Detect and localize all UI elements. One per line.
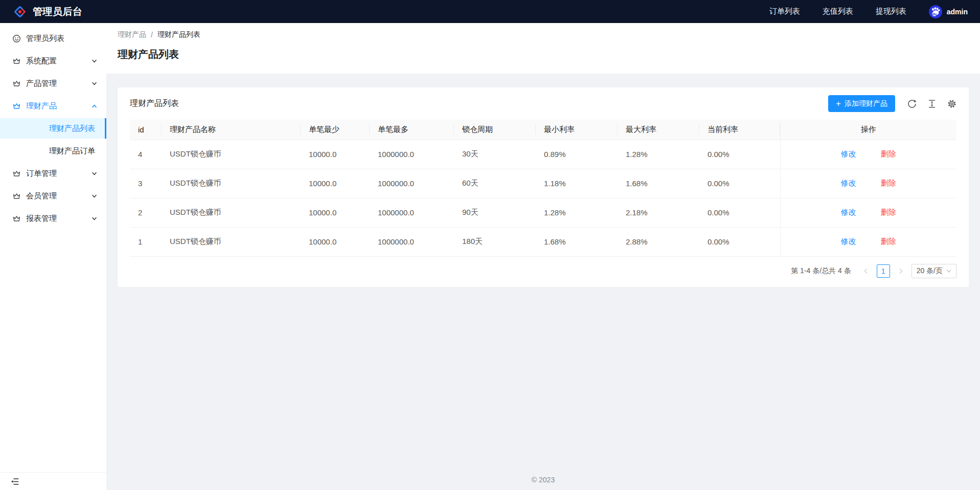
column-height-icon[interactable] — [927, 99, 937, 108]
sidebar-item-product-manage[interactable]: 产品管理 — [0, 73, 106, 94]
smile-icon — [12, 34, 21, 43]
topnav-order-list[interactable]: 订单列表 — [769, 7, 800, 16]
sidebar-item-label: 理财产品订单 — [49, 146, 95, 156]
breadcrumb-separator: / — [151, 31, 153, 39]
main-area: 理财产品 / 理财产品列表 理财产品列表 理财产品列表 + 添加理财产品 — [106, 23, 980, 490]
cell-actions: 修改删除 — [780, 227, 956, 256]
delete-link[interactable]: 删除 — [881, 237, 896, 246]
cell-name: USDT锁仓赚币 — [162, 169, 301, 198]
chevron-down-icon — [92, 58, 97, 64]
col-header-name: 理财产品名称 — [162, 120, 301, 140]
pagination: 第 1-4 条/总共 4 条 1 20 条/页 — [118, 257, 969, 287]
reload-icon[interactable] — [907, 99, 917, 108]
sidebar-item-report-manage[interactable]: 报表管理 — [0, 208, 106, 229]
topnav-recharge-list[interactable]: 充值列表 — [823, 7, 853, 16]
crown-icon — [12, 192, 21, 201]
delete-link[interactable]: 删除 — [881, 149, 896, 158]
edit-link[interactable]: 修改 — [841, 208, 856, 216]
col-header-period: 锁仓周期 — [454, 120, 536, 140]
sidebar-item-label: 系统配置 — [26, 56, 57, 66]
edit-link[interactable]: 修改 — [841, 179, 856, 187]
menu-fold-icon — [11, 477, 19, 486]
sidebar-item-label: 订单管理 — [26, 169, 57, 179]
cell-period: 90天 — [454, 198, 536, 227]
col-header-action: 操作 — [780, 120, 956, 140]
cell-name: USDT锁仓赚币 — [162, 227, 301, 256]
prev-page-arrow-icon[interactable] — [859, 264, 873, 278]
select-caret-icon — [946, 269, 951, 274]
topnav-withdraw-list[interactable]: 提现列表 — [876, 7, 906, 16]
col-header-cur-rate: 当前利率 — [699, 120, 780, 140]
sidebar-item-order-manage[interactable]: 订单管理 — [0, 163, 106, 184]
diamond-logo-icon — [12, 4, 28, 19]
col-header-max: 单笔最多 — [370, 120, 454, 140]
cell-period: 30天 — [454, 140, 536, 169]
content: 理财产品列表 + 添加理财产品 — [106, 74, 980, 469]
cell-max: 1000000.0 — [370, 140, 454, 169]
sidebar: 管理员列表 系统配置 产品管理 — [0, 23, 106, 490]
cell-min: 10000.0 — [301, 198, 370, 227]
table-row: 2 USDT锁仓赚币 10000.0 1000000.0 90天 1.28% 2… — [130, 198, 956, 227]
breadcrumb-parent[interactable]: 理财产品 — [118, 30, 146, 39]
cell-period: 60天 — [454, 169, 536, 198]
brand[interactable]: 管理员后台 — [12, 4, 83, 19]
footer-copyright: © 2023 — [106, 469, 980, 490]
chevron-down-icon — [92, 171, 97, 176]
cell-id: 4 — [130, 140, 162, 169]
table-row: 1 USDT锁仓赚币 10000.0 1000000.0 180天 1.68% … — [130, 227, 956, 256]
sidebar-item-system-config[interactable]: 系统配置 — [0, 51, 106, 71]
card-title: 理财产品列表 — [130, 98, 179, 109]
cell-min: 10000.0 — [301, 227, 370, 256]
cell-actions: 修改删除 — [780, 140, 956, 169]
settings-gear-icon[interactable] — [947, 99, 956, 108]
avatar: du — [929, 5, 942, 18]
sidebar-item-member-manage[interactable]: 会员管理 — [0, 186, 106, 206]
delete-link[interactable]: 删除 — [881, 208, 896, 216]
add-button-label: 添加理财产品 — [845, 99, 887, 108]
delete-link[interactable]: 删除 — [881, 179, 896, 187]
topnav: 订单列表 充值列表 提现列表 — [769, 7, 906, 16]
chevron-down-icon — [92, 216, 97, 221]
page-number-1[interactable]: 1 — [877, 264, 890, 278]
sidebar-collapse-trigger[interactable] — [0, 472, 106, 490]
wealth-product-table: id 理财产品名称 单笔最少 单笔最多 锁仓周期 最小利率 最大利率 当前利率 … — [130, 120, 956, 257]
cell-cur-rate: 0.00% — [699, 169, 780, 198]
page-header: 理财产品 / 理财产品列表 理财产品列表 — [106, 23, 980, 74]
sidebar-item-label: 产品管理 — [26, 79, 57, 88]
next-page-arrow-icon[interactable] — [894, 264, 907, 278]
sidebar-item-wealth-product[interactable]: 理财产品 — [0, 96, 106, 116]
topbar: 管理员后台 订单列表 充值列表 提现列表 du admin — [0, 0, 980, 23]
crown-icon — [12, 169, 21, 178]
cell-period: 180天 — [454, 227, 536, 256]
cell-max: 1000000.0 — [370, 198, 454, 227]
cell-min-rate: 1.18% — [536, 169, 618, 198]
page-size-select[interactable]: 20 条/页 — [911, 264, 956, 278]
sidebar-subitem-wealth-product-order[interactable]: 理财产品订单 — [0, 141, 106, 161]
sidebar-item-label: 管理员列表 — [26, 34, 64, 43]
sidebar-subitem-wealth-product-list[interactable]: 理财产品列表 — [0, 118, 106, 139]
card-header: 理财产品列表 + 添加理财产品 — [118, 87, 969, 120]
cell-name: USDT锁仓赚币 — [162, 140, 301, 169]
col-header-min-rate: 最小利率 — [536, 120, 618, 140]
crown-icon — [12, 102, 21, 110]
table-row: 3 USDT锁仓赚币 10000.0 1000000.0 60天 1.18% 1… — [130, 169, 956, 198]
cell-name: USDT锁仓赚币 — [162, 198, 301, 227]
sidebar-item-admin-list[interactable]: 管理员列表 — [0, 28, 106, 49]
user-menu[interactable]: du admin — [929, 5, 968, 18]
table-row: 4 USDT锁仓赚币 10000.0 1000000.0 30天 0.89% 1… — [130, 140, 956, 169]
cell-id: 2 — [130, 198, 162, 227]
cell-min-rate: 1.68% — [536, 227, 618, 256]
sidebar-item-label: 会员管理 — [26, 191, 57, 201]
add-wealth-product-button[interactable]: + 添加理财产品 — [828, 95, 895, 112]
cell-max-rate: 1.28% — [618, 140, 699, 169]
sidebar-item-label: 理财产品 — [26, 101, 57, 111]
page-size-value: 20 条/页 — [917, 266, 943, 276]
edit-link[interactable]: 修改 — [841, 237, 856, 246]
cell-id: 1 — [130, 227, 162, 256]
cell-max-rate: 2.18% — [618, 198, 699, 227]
col-header-max-rate: 最大利率 — [618, 120, 699, 140]
cell-min-rate: 0.89% — [536, 140, 618, 169]
cell-id: 3 — [130, 169, 162, 198]
edit-link[interactable]: 修改 — [841, 149, 856, 158]
cell-min: 10000.0 — [301, 140, 370, 169]
